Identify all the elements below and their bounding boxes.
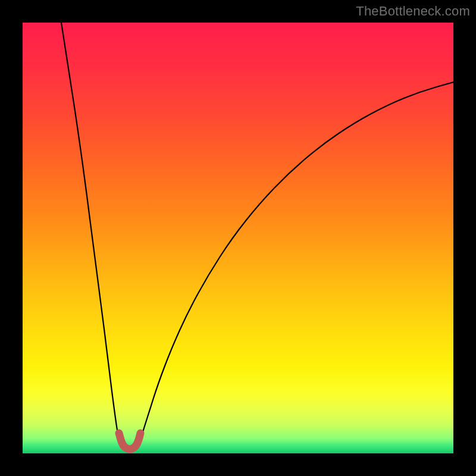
gradient-background: [23, 23, 453, 453]
chart-svg: [23, 23, 453, 453]
watermark-text: TheBottleneck.com: [356, 4, 470, 19]
plot-area: [23, 23, 453, 453]
chart-stage: TheBottleneck.com: [0, 0, 476, 476]
